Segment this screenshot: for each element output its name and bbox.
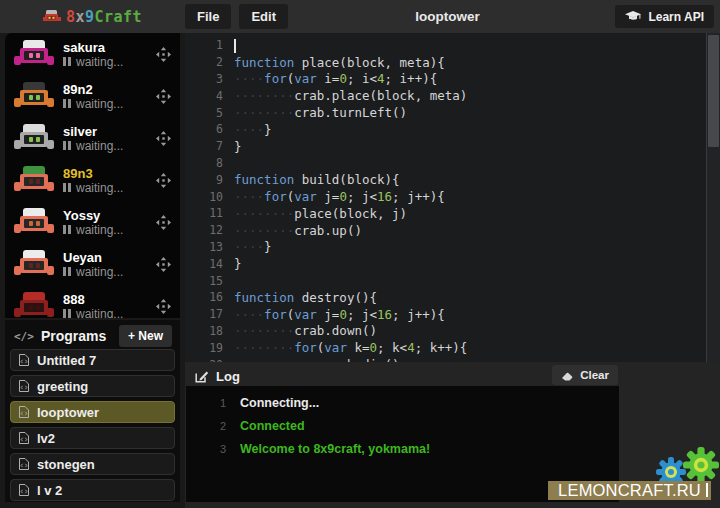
code-segment: ; k< [377, 340, 407, 355]
player-name: 888 [63, 293, 145, 306]
player-status: waiting... [63, 224, 145, 236]
move-icon[interactable] [156, 89, 171, 104]
program-item[interactable]: greeting [10, 375, 175, 397]
clear-log-label: Clear [580, 369, 609, 381]
code-editor[interactable]: 1 2 function place(block, meta){ 3 ····f… [185, 33, 720, 362]
scrollbar-thumb[interactable] [708, 35, 719, 147]
code-segment: crab.place(block, meta) [294, 88, 467, 103]
code-line[interactable]: 3 ····for(var i=0; i<4; i++){ [185, 71, 720, 88]
code-segment: ········ [234, 105, 294, 120]
code-line[interactable]: 8 [185, 155, 720, 172]
code-segment: ; j++){ [392, 189, 445, 204]
player-name: sakura [63, 41, 145, 54]
file-code-icon [18, 405, 30, 419]
player-status: waiting... [63, 56, 145, 68]
compose-icon [194, 369, 209, 384]
file-code-icon [18, 431, 30, 445]
player-row[interactable]: sakura waiting... [5, 33, 180, 75]
move-icon[interactable] [156, 215, 171, 230]
code-text: ········for(var k=0; k<4; k++){ [234, 340, 467, 355]
move-icon[interactable] [156, 257, 171, 272]
edit-menu-button[interactable]: Edit [239, 4, 288, 29]
player-info: sakura waiting... [63, 41, 145, 68]
clear-log-button[interactable]: Clear [552, 365, 618, 385]
code-text: ····for(var j=0; j<16; j++){ [234, 189, 445, 204]
line-number: 1 [185, 38, 234, 52]
code-line[interactable]: 9 function build(block){ [185, 171, 720, 188]
code-line[interactable]: 12 ········crab.up() [185, 222, 720, 239]
player-row[interactable]: 89n2 waiting... [5, 75, 180, 117]
code-line[interactable]: 14 } [185, 255, 720, 272]
move-icon[interactable] [156, 173, 171, 188]
code-line[interactable]: 19 ········for(var k=0; k<4; k++){ [185, 339, 720, 356]
code-text: } [234, 139, 242, 154]
code-line[interactable]: 17 ····for(var j=0; j<16; j++){ [185, 306, 720, 323]
code-segment: ; j< [347, 307, 377, 322]
player-avatar-icon [14, 207, 54, 237]
learn-api-button[interactable]: Learn API [615, 5, 714, 28]
player-info: 888 waiting... [63, 293, 145, 319]
log-entry-text: Connected [240, 419, 305, 433]
code-line[interactable]: 15 [185, 272, 720, 289]
code-line[interactable]: 16 function destroy(){ [185, 289, 720, 306]
code-text: function build(block){ [234, 172, 400, 187]
program-item-label: stonegen [37, 457, 95, 472]
player-row[interactable]: Yossy waiting... [5, 201, 180, 243]
code-line[interactable]: 5 ········crab.turnLeft() [185, 104, 720, 121]
player-name: 89n2 [63, 83, 145, 96]
crab-icon [43, 10, 61, 23]
code-text: ········crab.turnLeft() [234, 105, 407, 120]
move-icon[interactable] [156, 47, 171, 62]
program-item[interactable]: lv2 [10, 427, 175, 449]
code-line[interactable]: 18 ········crab.down() [185, 323, 720, 340]
player-avatar-icon [14, 123, 54, 153]
file-code-icon [18, 457, 30, 471]
line-number: 11 [185, 206, 234, 220]
code-line[interactable]: 2 function place(block, meta){ [185, 54, 720, 71]
editor-scrollbar[interactable] [706, 33, 720, 362]
code-segment: ···· [234, 239, 264, 254]
line-number: 10 [185, 190, 234, 204]
player-row[interactable]: 89n3 waiting... [5, 159, 180, 201]
program-item[interactable]: l v 2 [10, 479, 175, 501]
code-segment: place(block, meta){ [294, 55, 445, 70]
player-row[interactable]: 888 waiting... [5, 285, 180, 318]
player-avatar-icon [14, 39, 54, 69]
code-line[interactable]: 4 ········crab.place(block, meta) [185, 87, 720, 104]
program-item[interactable]: looptower [10, 401, 175, 423]
line-number: 9 [185, 173, 234, 187]
code-text: ········crab.down() [234, 323, 377, 338]
app-logo: 8x9Craft [0, 0, 185, 33]
code-line[interactable]: 10 ····for(var j=0; j<16; j++){ [185, 188, 720, 205]
player-name: silver [63, 125, 145, 138]
player-info: 89n3 waiting... [63, 167, 145, 194]
code-line[interactable]: 11 ········place(block, j) [185, 205, 720, 222]
code-segment: var [294, 71, 317, 86]
code-segment: 0 [339, 307, 347, 322]
player-info: 89n2 waiting... [63, 83, 145, 110]
move-icon[interactable] [156, 299, 171, 314]
code-segment: ········ [234, 88, 294, 103]
file-menu-button[interactable]: File [185, 4, 231, 29]
player-row[interactable]: silver waiting... [5, 117, 180, 159]
new-program-button[interactable]: + New [119, 325, 172, 347]
player-row[interactable]: Ueyan waiting... [5, 243, 180, 285]
code-line[interactable]: 7 } [185, 138, 720, 155]
code-segment: ; k++){ [415, 340, 468, 355]
player-status: waiting... [63, 308, 145, 319]
code-segment: ; j< [347, 189, 377, 204]
program-item[interactable]: stonegen [10, 453, 175, 475]
pause-icon [63, 99, 71, 108]
log-entry-text: Connecting... [240, 396, 319, 410]
line-number: 4 [185, 89, 234, 103]
code-line[interactable]: 13 ····} [185, 239, 720, 256]
line-number: 5 [185, 106, 234, 120]
move-icon[interactable] [156, 131, 171, 146]
code-segment: } [264, 239, 272, 254]
program-item[interactable]: Untitled 7 [10, 349, 175, 371]
line-number: 15 [185, 274, 234, 288]
code-line[interactable]: 1 [185, 37, 720, 54]
log-entry: 1 Connecting... [186, 391, 619, 414]
code-line[interactable]: 6 ····} [185, 121, 720, 138]
code-segment: function [234, 290, 294, 305]
